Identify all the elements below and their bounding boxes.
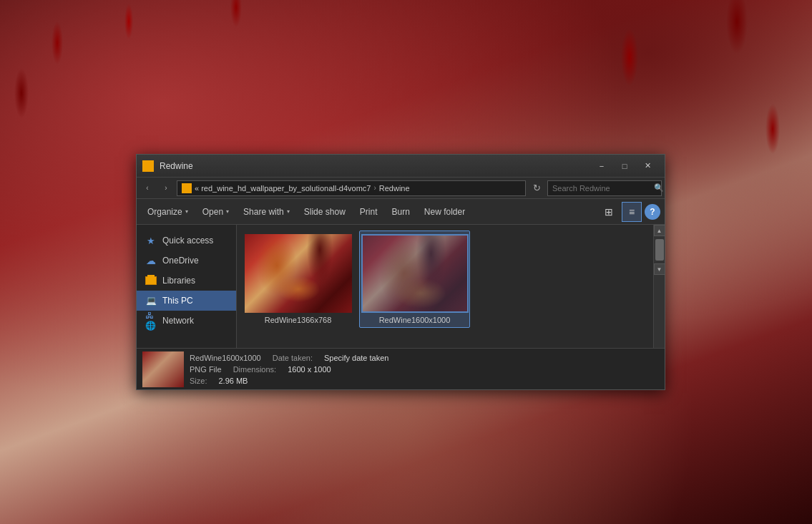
organize-label: Organize [147, 207, 182, 217]
search-input[interactable] [552, 184, 651, 193]
share-with-button[interactable]: Share with ▾ [237, 202, 296, 222]
window-controls: − □ ✕ [590, 155, 659, 178]
file-area: RedWine1366x768 RedWine1600x1000 [237, 225, 653, 348]
status-thumbnail-image [142, 351, 184, 387]
forward-button[interactable]: › [158, 180, 174, 196]
help-button[interactable]: ? [645, 204, 660, 220]
file-thumbnail-1 [245, 234, 352, 313]
star-icon [147, 236, 155, 246]
quick-access-icon [145, 235, 157, 246]
open-label: Open [202, 207, 223, 217]
this-pc-icon [145, 295, 157, 306]
scrollbar: ▲ ▼ [653, 225, 665, 348]
onedrive-icon [145, 255, 157, 266]
sidebar-label-libraries: Libraries [162, 276, 195, 286]
slide-show-button[interactable]: Slide show [298, 202, 352, 222]
sidebar-item-this-pc[interactable]: This PC [137, 291, 236, 311]
status-date-label: Date taken: [273, 354, 313, 362]
details-view-button[interactable]: ≡ [622, 202, 642, 222]
scroll-up-button[interactable]: ▲ [654, 225, 665, 236]
sidebar-label-quick-access: Quick access [162, 236, 213, 246]
status-size-value: 2.96 MB [218, 377, 248, 385]
address-path[interactable]: « red_wine_hd_wallpaper_by_solutionall-d… [177, 180, 526, 196]
refresh-button[interactable]: ↻ [529, 180, 544, 196]
window-title: Redwine [160, 161, 590, 171]
slide-show-label: Slide show [304, 207, 346, 217]
sidebar-label-onedrive: OneDrive [162, 256, 199, 266]
organize-chevron-icon: ▾ [185, 208, 188, 215]
file-grid: RedWine1366x768 RedWine1600x1000 [237, 225, 653, 348]
address-folder-icon [182, 183, 192, 193]
address-path-current: Redwine [379, 184, 410, 193]
maximize-button[interactable]: □ [613, 155, 636, 178]
status-row-size: Size: 2.96 MB [190, 377, 659, 385]
search-icon: 🔍 [654, 183, 664, 193]
address-bar: ‹ › « red_wine_hd_wallpaper_by_solutiona… [137, 178, 665, 199]
status-size-label: Size: [190, 377, 207, 385]
status-file-type: PNG File [190, 365, 222, 374]
open-chevron-icon: ▾ [226, 208, 229, 215]
file-name-1: RedWine1366x768 [246, 316, 350, 324]
network-icon: 🌐 [145, 315, 157, 326]
burn-label: Burn [391, 207, 409, 217]
status-row-name: RedWine1600x1000 Date taken: Specify dat… [190, 354, 659, 362]
status-bar: RedWine1600x1000 Date taken: Specify dat… [137, 348, 665, 389]
open-button[interactable]: Open ▾ [196, 202, 235, 222]
status-file-name: RedWine1600x1000 [190, 354, 261, 362]
address-path-prefix: « red_wine_hd_wallpaper_by_solutionall-d… [195, 184, 371, 193]
file-thumbnail-2 [361, 234, 469, 313]
sidebar-item-quick-access[interactable]: Quick access [137, 231, 236, 251]
computer-icon [146, 296, 157, 306]
minimize-button[interactable]: − [590, 155, 613, 178]
sidebar: Quick access OneDrive Libraries This PC [137, 225, 237, 348]
sidebar-label-this-pc: This PC [162, 296, 193, 306]
file-item-2[interactable]: RedWine1600x1000 [359, 231, 470, 328]
status-date-value: Specify date taken [324, 354, 389, 362]
libraries-icon [145, 275, 157, 286]
network-globe-icon: 🌐 [145, 311, 157, 331]
status-dimensions-value: 1600 x 1000 [288, 365, 331, 374]
cloud-icon [146, 255, 156, 266]
status-info: RedWine1600x1000 Date taken: Specify dat… [190, 354, 659, 385]
share-with-label: Share with [243, 207, 284, 217]
scroll-down-button[interactable]: ▼ [654, 263, 665, 275]
toolbar: Organize ▾ Open ▾ Share with ▾ Slide sho… [137, 199, 665, 225]
window-folder-icon [142, 160, 154, 172]
new-folder-button[interactable]: New folder [418, 202, 471, 222]
file-name-2: RedWine1600x1000 [363, 316, 466, 324]
toolbar-right: ⊞ ≡ ? [599, 202, 660, 222]
scroll-thumb[interactable] [655, 239, 664, 261]
status-dimensions-label: Dimensions: [233, 365, 277, 374]
content-area: Quick access OneDrive Libraries This PC [137, 225, 665, 348]
search-box: 🔍 [547, 180, 662, 196]
file-item-1[interactable]: RedWine1366x768 [243, 231, 353, 328]
share-chevron-icon: ▾ [287, 208, 290, 215]
print-label: Print [360, 207, 378, 217]
sidebar-item-network[interactable]: 🌐 Network [137, 311, 236, 331]
file-explorer-window: Redwine − □ ✕ ‹ › « red_wine_hd_wallpape… [136, 154, 665, 390]
sidebar-label-network: Network [162, 316, 194, 326]
sidebar-item-libraries[interactable]: Libraries [137, 271, 236, 291]
close-button[interactable]: ✕ [636, 155, 659, 178]
sidebar-item-onedrive[interactable]: OneDrive [137, 251, 236, 271]
address-chevron-icon: › [373, 184, 376, 192]
status-row-type: PNG File Dimensions: 1600 x 1000 [190, 365, 659, 374]
large-icons-view-button[interactable]: ⊞ [599, 202, 619, 222]
print-button[interactable]: Print [353, 202, 384, 222]
back-button[interactable]: ‹ [140, 180, 155, 196]
organize-button[interactable]: Organize ▾ [141, 202, 195, 222]
new-folder-label: New folder [424, 207, 465, 217]
burn-button[interactable]: Burn [385, 202, 416, 222]
folder-lib-icon [145, 276, 157, 285]
title-bar: Redwine − □ ✕ [137, 155, 665, 178]
status-thumbnail [142, 351, 184, 387]
